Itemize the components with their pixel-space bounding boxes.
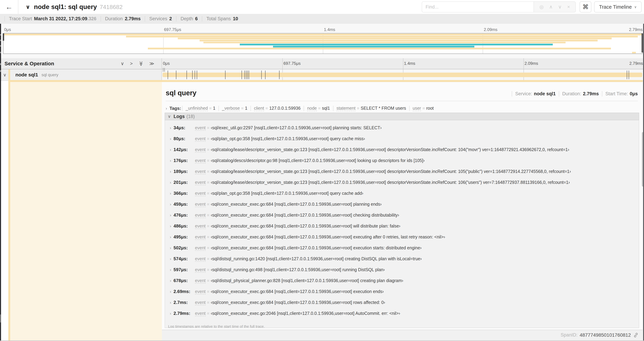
log-marker-tick[interactable] bbox=[244, 71, 245, 79]
next-result-icon[interactable]: ∨ bbox=[558, 5, 562, 9]
span-collapse-icon[interactable]: ∨ bbox=[3, 72, 6, 78]
log-expand-icon[interactable]: › bbox=[170, 257, 171, 261]
expand-all-icon[interactable]: ≫ bbox=[150, 61, 154, 66]
log-equals: = bbox=[207, 136, 210, 141]
log-expand-icon[interactable]: › bbox=[170, 191, 171, 196]
log-equals: = bbox=[207, 202, 210, 207]
log-expand-icon[interactable]: › bbox=[170, 126, 171, 130]
trace-title-group: ∨ node sql1: sql query 7418682 bbox=[26, 3, 122, 11]
logs-accordion: ∨ Logs (18) › 34μs: event bbox=[165, 113, 639, 328]
logs-collapse-icon[interactable]: ∨ bbox=[168, 114, 171, 119]
log-marker-tick[interactable] bbox=[197, 71, 197, 79]
log-field-key: event bbox=[195, 180, 206, 185]
minimap-canvas[interactable] bbox=[3, 33, 642, 54]
log-expand-icon[interactable]: › bbox=[170, 289, 171, 294]
log-marker-tick[interactable] bbox=[192, 71, 193, 79]
log-marker-tick[interactable] bbox=[246, 71, 246, 79]
log-expand-icon[interactable]: › bbox=[170, 202, 171, 207]
trace-view-select[interactable]: Trace Timeline ∨ bbox=[594, 2, 642, 13]
expand-one-icon[interactable]: > bbox=[130, 61, 133, 66]
log-row[interactable]: › 574μs: event = ‹sql/distsql_running.go… bbox=[168, 256, 639, 267]
span-bar-cell[interactable] bbox=[162, 69, 644, 81]
minimap-span-bar bbox=[240, 44, 553, 45]
log-row[interactable]: › 459μs: event = ‹sql/conn_executor_exec… bbox=[168, 201, 639, 212]
log-marker-tick[interactable] bbox=[168, 71, 168, 79]
log-marker-tick[interactable] bbox=[194, 71, 195, 79]
log-row[interactable]: › 502μs: event = ‹sql/conn_executor_exec… bbox=[168, 245, 639, 256]
log-marker-tick[interactable] bbox=[261, 71, 262, 79]
log-row[interactable]: › 2.69ms: event = ‹sql/conn_executor_exe… bbox=[168, 289, 639, 300]
minimap-left-scrubber[interactable] bbox=[3, 34, 4, 41]
span-name-cell[interactable]: ∨ node sql1 sql query bbox=[0, 69, 162, 81]
keyboard-shortcuts-button[interactable]: ⌘ bbox=[580, 2, 591, 13]
log-row[interactable]: › 2.79ms: event = ‹sql/conn_executor_exe… bbox=[168, 311, 639, 321]
span-id-value: 4877749850101760812 bbox=[580, 332, 631, 338]
minimap-right-scrubber[interactable] bbox=[642, 34, 643, 53]
log-expand-icon[interactable]: › bbox=[170, 148, 171, 152]
log-marker-tick[interactable] bbox=[186, 71, 187, 79]
log-row[interactable]: › 176μs: event = ‹sql/catalog/descs/desc… bbox=[168, 158, 639, 169]
log-row[interactable]: › 34μs: event = ‹sql/exec_util.go:2297 [… bbox=[168, 125, 639, 136]
log-expand-icon[interactable]: › bbox=[170, 311, 171, 316]
log-expand-icon[interactable]: › bbox=[170, 268, 171, 272]
log-marker-tick[interactable] bbox=[265, 71, 266, 79]
find-input[interactable] bbox=[422, 2, 534, 13]
log-expand-icon[interactable]: › bbox=[170, 180, 171, 185]
log-row[interactable]: › 678μs: event = ‹sql/distsql_physical_p… bbox=[168, 278, 639, 289]
overview-pair: Duration: 2.79ms bbox=[559, 91, 602, 97]
log-timestamp: 476μs: bbox=[174, 212, 192, 218]
clear-find-icon[interactable]: × bbox=[567, 5, 570, 9]
log-row[interactable]: › 189μs: event = ‹sql/catalog/lease/desc… bbox=[168, 169, 639, 180]
tag-equals: = bbox=[318, 106, 320, 111]
prev-result-icon[interactable]: ∧ bbox=[549, 5, 553, 9]
log-marker-tick[interactable] bbox=[247, 71, 248, 79]
log-row[interactable]: › 201μs: event = ‹sql/catalog/lease/desc… bbox=[168, 180, 639, 191]
locate-icon[interactable]: ◎ bbox=[540, 5, 544, 9]
log-row[interactable]: › 495μs: event = ‹sql/conn_executor_exec… bbox=[168, 234, 639, 245]
log-expand-icon[interactable]: › bbox=[170, 213, 171, 218]
timeline-header-row: Service & Operation ∨ > ≫ ≫ 0μs697.75μs1… bbox=[0, 58, 644, 69]
collapse-one-icon[interactable]: ∨ bbox=[121, 61, 124, 66]
log-marker-tick[interactable] bbox=[248, 71, 249, 79]
log-marker-tick[interactable] bbox=[242, 71, 242, 79]
log-marker-tick[interactable] bbox=[225, 71, 226, 79]
tag-equals: = bbox=[422, 106, 425, 111]
log-expand-icon[interactable]: › bbox=[170, 235, 171, 239]
log-timestamp: 678μs: bbox=[174, 278, 192, 283]
log-marker-tick[interactable] bbox=[176, 71, 176, 79]
tags-row[interactable]: › Tags: _unfinished = 1 _verbose bbox=[166, 106, 638, 111]
log-expand-icon[interactable]: › bbox=[170, 169, 171, 174]
deep-link-icon[interactable] bbox=[633, 332, 638, 338]
log-marker-tick[interactable] bbox=[627, 71, 627, 79]
left-edge-scrollbar[interactable] bbox=[0, 24, 1, 341]
tags-expand-icon[interactable]: › bbox=[166, 106, 167, 111]
log-row[interactable]: › 486μs: event = ‹sql/conn_executor_exec… bbox=[168, 223, 639, 234]
log-expand-icon[interactable]: › bbox=[170, 279, 171, 283]
log-row[interactable]: › 80μs: event = ‹sql/plan_opt.go:358 [ns… bbox=[168, 136, 639, 147]
logs-header[interactable]: ∨ Logs (18) bbox=[165, 113, 639, 120]
log-marker-tick[interactable] bbox=[628, 71, 629, 79]
log-expand-icon[interactable]: › bbox=[170, 224, 171, 229]
log-field-key: event bbox=[195, 223, 206, 229]
log-marker-tick[interactable] bbox=[279, 71, 280, 79]
log-equals: = bbox=[207, 191, 210, 196]
log-expand-icon[interactable]: › bbox=[170, 159, 171, 163]
log-row[interactable]: › 597μs: event = ‹sql/distsql_running.go… bbox=[168, 267, 639, 278]
span-duration-bar[interactable] bbox=[162, 73, 642, 77]
log-expand-icon[interactable]: › bbox=[170, 137, 171, 141]
detail-left-gutter bbox=[0, 81, 162, 341]
log-expand-icon[interactable]: › bbox=[170, 246, 171, 250]
collapse-all-icon[interactable]: ≫ bbox=[139, 61, 143, 66]
log-row[interactable]: › 142μs: event = ‹sql/catalog/lease/desc… bbox=[168, 147, 639, 158]
log-row[interactable]: › 2.7ms: event = ‹sql/conn_executor_exec… bbox=[168, 300, 639, 311]
log-field-key: event bbox=[195, 191, 206, 196]
column-resize-grip[interactable] bbox=[163, 68, 165, 72]
log-row[interactable]: › 366μs: event = ‹sql/plan_opt.go:358 [n… bbox=[168, 191, 639, 201]
log-expand-icon[interactable]: › bbox=[170, 300, 171, 305]
log-row[interactable]: › 476μs: event = ‹sql/conn_executor_exec… bbox=[168, 212, 639, 223]
back-button[interactable]: ← bbox=[0, 0, 18, 14]
right-edge-scrollbar[interactable] bbox=[643, 24, 644, 341]
trace-meta-item: Services 2 bbox=[145, 16, 176, 22]
jaeger-trace-view: ← ∨ node sql1: sql query 7418682 ◎ ∧ ∨ ×… bbox=[0, 0, 644, 341]
collapse-trace-icon[interactable]: ∨ bbox=[26, 4, 30, 10]
